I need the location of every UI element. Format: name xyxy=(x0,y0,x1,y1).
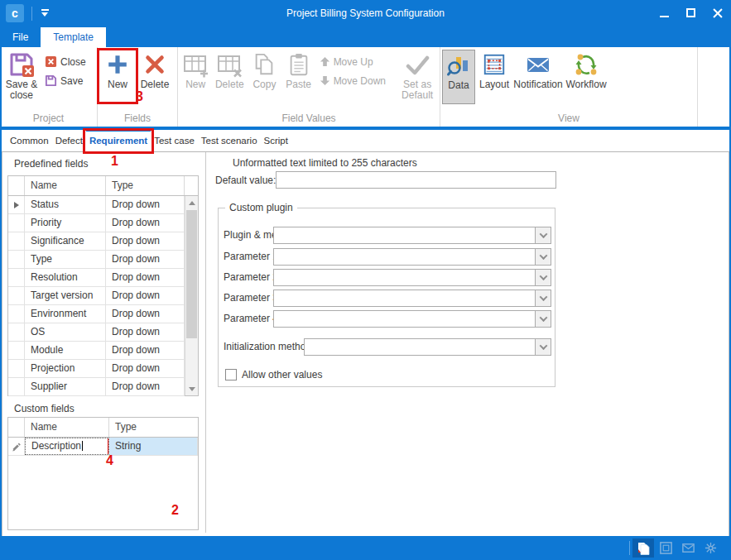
new-field-button[interactable]: New xyxy=(99,50,136,104)
main-content: Predefined fields Name Type Status Drop … xyxy=(2,152,729,536)
scroll-up-icon[interactable] xyxy=(185,196,198,209)
tab-common[interactable]: Common xyxy=(7,130,52,151)
ribbon-group-fields: New Delete Fields xyxy=(98,47,178,127)
table-row[interactable]: Status Drop down xyxy=(8,196,185,214)
annotation-number-2: 2 xyxy=(171,503,179,518)
tab-requirement[interactable]: Requirement xyxy=(86,130,151,151)
tab-test-scenario[interactable]: Test scenario xyxy=(198,130,261,151)
initialization-method-label: Initialization method xyxy=(224,338,311,356)
scroll-down-icon[interactable] xyxy=(185,382,198,395)
annotation-number-3: 3 xyxy=(136,89,143,104)
dropdown-chevron-icon[interactable] xyxy=(535,290,551,306)
paste-icon xyxy=(286,51,312,78)
field-type-cell[interactable]: String xyxy=(109,438,198,455)
ribbon-tab-row: File Template xyxy=(0,27,731,47)
envelope-icon xyxy=(525,51,551,78)
default-value-input[interactable] xyxy=(276,171,556,189)
ribbon-group-field-values: New Delete Copy xyxy=(178,47,440,127)
status-layout-view-button[interactable] xyxy=(655,538,676,558)
column-header-type[interactable]: Type xyxy=(106,176,185,195)
save-button[interactable]: Save xyxy=(41,71,89,90)
minimize-button[interactable] xyxy=(652,0,678,27)
close-button[interactable] xyxy=(705,0,731,27)
scrollbar-thumb[interactable] xyxy=(186,210,197,338)
new-field-label: New xyxy=(108,79,127,90)
custom-plugin-legend: Custom plugin xyxy=(225,202,297,213)
field-type-description: Unformatted text limited to 255 characte… xyxy=(233,157,417,169)
dropdown-chevron-icon[interactable] xyxy=(535,311,551,327)
group-label-field-values: Field Values xyxy=(178,112,440,127)
copy-button: Copy xyxy=(248,50,281,104)
panel-divider xyxy=(205,152,206,533)
tab-template[interactable]: Template xyxy=(41,27,106,47)
close-project-button[interactable]: Close xyxy=(41,52,89,71)
data-view-button[interactable]: Data xyxy=(442,50,475,104)
parameter4-combo[interactable] xyxy=(273,310,551,328)
set-as-default-button: Set as Default xyxy=(397,50,438,104)
current-row-arrow-icon xyxy=(14,202,19,208)
app-window: c Project Billing System Configuration F… xyxy=(0,0,731,560)
tab-test-case[interactable]: Test case xyxy=(151,130,198,151)
dropdown-chevron-icon[interactable] xyxy=(535,270,551,285)
divider xyxy=(629,541,630,555)
table-row[interactable]: Target version Drop down xyxy=(8,287,185,305)
tab-file[interactable]: File xyxy=(0,27,41,47)
delete-value-button: Delete xyxy=(211,50,248,104)
group-label-view: View xyxy=(440,112,697,127)
table-row[interactable]: Projection Drop down xyxy=(8,360,185,378)
dropdown-chevron-icon[interactable] xyxy=(535,227,551,243)
parameter1-combo[interactable] xyxy=(273,248,551,266)
layout-icon xyxy=(481,51,507,78)
table-row[interactable]: Significance Drop down xyxy=(8,232,185,251)
workflow-view-button[interactable]: Workflow xyxy=(563,50,609,104)
allow-other-values-checkbox[interactable] xyxy=(225,369,237,381)
title-bar: c Project Billing System Configuration xyxy=(0,0,731,27)
pages-icon xyxy=(636,541,651,556)
column-header-name[interactable]: Name xyxy=(25,176,106,195)
table-row[interactable]: Module Drop down xyxy=(8,342,185,360)
parameter2-combo[interactable] xyxy=(273,269,551,286)
column-header-type[interactable]: Type xyxy=(109,418,198,437)
custom-field-row[interactable]: Description String xyxy=(8,438,198,456)
table-row[interactable]: Priority Drop down xyxy=(8,214,185,232)
table-row[interactable]: Type Drop down xyxy=(8,251,185,269)
delete-value-label: Delete xyxy=(215,79,244,90)
field-name-edit-cell[interactable]: Description xyxy=(25,438,109,455)
status-workflow-view-button[interactable] xyxy=(700,538,721,558)
layout-view-button[interactable]: Layout xyxy=(475,50,513,104)
ribbon-spacer xyxy=(698,47,731,127)
dropdown-chevron-icon[interactable] xyxy=(535,249,551,265)
parameter3-combo[interactable] xyxy=(273,290,551,307)
status-data-view-button[interactable] xyxy=(632,538,654,558)
minimize-icon xyxy=(660,16,669,17)
table-row[interactable]: Environment Drop down xyxy=(8,305,185,323)
copy-icon xyxy=(251,51,277,78)
status-notification-view-button[interactable] xyxy=(677,538,699,558)
maximize-icon xyxy=(686,8,695,17)
notification-view-button[interactable]: Notification xyxy=(513,50,563,104)
custom-plugin-group: Custom plugin Plugin & method Parameter … xyxy=(218,202,555,387)
save-close-label: Save & close xyxy=(2,79,41,101)
initialization-method-combo[interactable] xyxy=(304,338,551,356)
column-header-name[interactable]: Name xyxy=(25,418,109,437)
table-row[interactable]: Supplier Drop down xyxy=(8,378,185,396)
tab-defect[interactable]: Defect xyxy=(52,130,86,151)
header-selector-cell xyxy=(8,176,25,195)
save-and-close-button[interactable]: Save & close xyxy=(2,50,41,104)
header-scroll-gap xyxy=(185,176,198,195)
ribbon-group-view: Data Layout Notification xyxy=(440,47,698,127)
move-up-button: Move Up xyxy=(316,52,397,71)
status-bar xyxy=(0,536,731,560)
tab-script[interactable]: Script xyxy=(261,130,291,151)
paste-label: Paste xyxy=(286,79,311,90)
workflow-snowflake-icon xyxy=(704,541,718,555)
vertical-scrollbar[interactable] xyxy=(185,196,198,395)
parameter3-label: Parameter 3 xyxy=(224,290,278,307)
table-row[interactable]: OS Drop down xyxy=(8,323,185,342)
dropdown-chevron-icon[interactable] xyxy=(535,339,551,355)
group-label-fields: Fields xyxy=(98,112,177,127)
set-as-default-label: Set as Default xyxy=(397,79,438,101)
table-row[interactable]: Resolution Drop down xyxy=(8,269,185,287)
plugin-method-combo[interactable] xyxy=(273,227,551,244)
maximize-button[interactable] xyxy=(678,0,705,27)
